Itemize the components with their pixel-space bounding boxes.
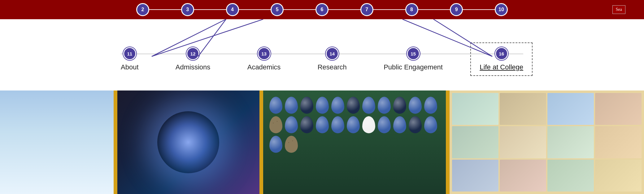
- panel-separator-2: [259, 90, 263, 194]
- bottom-image-section: [0, 90, 644, 194]
- museum-cell: [500, 126, 546, 158]
- museum-panel: [450, 90, 644, 194]
- top-node-3[interactable]: 3: [181, 3, 194, 16]
- top-node-5[interactable]: 5: [271, 3, 284, 16]
- egg-item: [285, 97, 298, 114]
- nav-node-16[interactable]: 16: [495, 47, 508, 60]
- nav-item-life-at-college[interactable]: 16 Life at College: [480, 47, 523, 71]
- egg-item: [409, 116, 422, 133]
- nav-label-academics: Academics: [247, 63, 281, 71]
- nav-label-life-at-college: Life at College: [480, 63, 523, 71]
- museum-cell: [547, 93, 594, 125]
- egg-item: [331, 97, 344, 114]
- sky-image-panel: [0, 90, 114, 194]
- nav-node-15[interactable]: 15: [407, 47, 420, 60]
- egg-item: [269, 97, 282, 114]
- egg-item: [424, 97, 437, 114]
- nav-item-admissions[interactable]: 12 Admissions: [176, 47, 210, 71]
- nav-label-admissions: Admissions: [176, 63, 210, 71]
- egg-item: [300, 116, 313, 133]
- panel-separator-3: [446, 90, 450, 194]
- egg-item: [316, 116, 329, 133]
- egg-item: [285, 136, 298, 153]
- panel-separator-1: [114, 90, 117, 194]
- egg-item: [424, 116, 437, 133]
- top-navigation-bar: 2 3 4 5 6 7 8 9 10 Sea: [0, 0, 644, 19]
- top-node-8[interactable]: 8: [405, 3, 418, 16]
- museum-cell: [595, 93, 642, 125]
- egg-item: [378, 97, 391, 114]
- nav-label-research: Research: [318, 63, 347, 71]
- museum-cell: [500, 160, 546, 192]
- museum-cell: [452, 126, 498, 158]
- search-label: Sea: [616, 7, 622, 12]
- egg-item: [362, 97, 375, 114]
- top-node-2[interactable]: 2: [136, 3, 149, 16]
- egg-item: [331, 116, 344, 133]
- nav-section: 11 About 12 Admissions 13 Academics 14 R…: [0, 19, 644, 90]
- nav-label-public-engagement: Public Engagement: [384, 63, 443, 71]
- egg-item: [378, 116, 391, 133]
- top-node-6[interactable]: 6: [315, 3, 329, 16]
- top-node-7[interactable]: 7: [360, 3, 373, 16]
- egg-item: [269, 136, 282, 153]
- egg-item: [285, 116, 298, 133]
- museum-cell: [500, 93, 546, 125]
- nav-node-12[interactable]: 12: [186, 47, 199, 60]
- museum-cell: [595, 126, 642, 158]
- egg-item: [347, 116, 360, 133]
- nav-node-14[interactable]: 14: [326, 47, 339, 60]
- egg-item: [362, 116, 375, 133]
- egg-item: [316, 97, 329, 114]
- museum-cell: [595, 160, 642, 192]
- glow-visual: [157, 111, 219, 173]
- top-node-9[interactable]: 9: [450, 3, 463, 16]
- search-box[interactable]: Sea: [612, 5, 625, 14]
- nav-label-about: About: [121, 63, 139, 71]
- egg-item: [269, 116, 282, 133]
- museum-cell: [547, 160, 594, 192]
- egg-item: [393, 97, 406, 114]
- eggs-panel: [263, 90, 446, 194]
- nav-node-11[interactable]: 11: [123, 47, 136, 60]
- nav-timeline-row: 11 About 12 Admissions 13 Academics 14 R…: [121, 47, 523, 71]
- dark-glow-panel: [117, 90, 259, 194]
- nav-item-research[interactable]: 14 Research: [318, 47, 347, 71]
- egg-item: [347, 97, 360, 114]
- nav-item-about[interactable]: 11 About: [121, 47, 139, 71]
- egg-item: [393, 116, 406, 133]
- museum-cell: [452, 93, 498, 125]
- top-node-4[interactable]: 4: [226, 3, 239, 16]
- nav-node-13[interactable]: 13: [258, 47, 271, 60]
- nav-item-public-engagement[interactable]: 15 Public Engagement: [384, 47, 443, 71]
- top-timeline: 2 3 4 5 6 7 8 9 10: [136, 3, 508, 16]
- top-node-10[interactable]: 10: [495, 3, 508, 16]
- museum-cell: [547, 126, 594, 158]
- museum-cell: [452, 160, 498, 192]
- nav-item-academics[interactable]: 13 Academics: [247, 47, 281, 71]
- egg-item: [409, 97, 422, 114]
- egg-item: [300, 97, 313, 114]
